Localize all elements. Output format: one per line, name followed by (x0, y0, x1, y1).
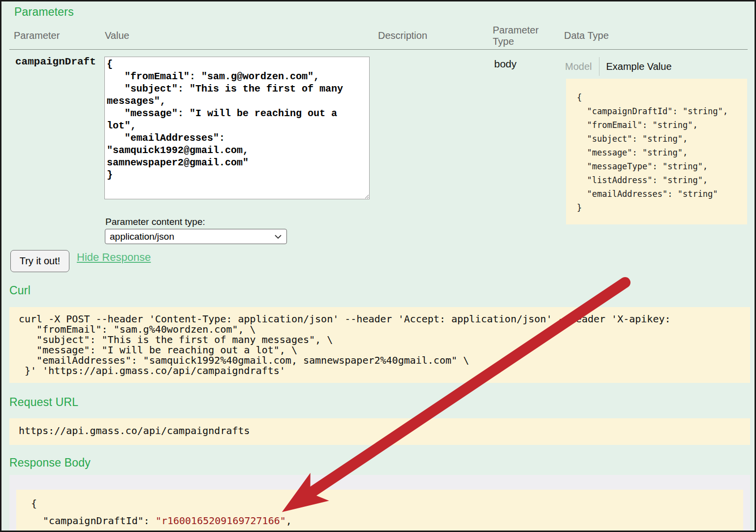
column-header-parameter-type: Parameter Type (493, 25, 548, 47)
response-key: "campaignDraftId": (31, 515, 156, 527)
table-header-divider (9, 49, 748, 50)
example-value-box: { "campaignDraftId": "string", "fromEmai… (566, 79, 747, 224)
column-header-value: Value (105, 30, 129, 41)
parameter-type-value: body (494, 58, 517, 70)
column-header-data-type: Data Type (564, 30, 609, 41)
parameter-value-textarea[interactable]: { "fromEmail": "sam.g@wordzen.com", "sub… (104, 57, 370, 199)
parameters-heading: Parameters (14, 5, 74, 19)
campaign-draft-id-value: "r1600165209169727166" (156, 515, 286, 527)
response-json-line1: { (31, 495, 743, 512)
response-body-heading: Response Body (9, 456, 91, 469)
content-type-select-wrap: application/json (105, 229, 287, 244)
parameter-name: campaignDraft (15, 56, 96, 67)
request-url-value: https://api.gmass.co/api/campaigndrafts (9, 418, 750, 436)
tab-model[interactable]: Model (565, 61, 592, 72)
tab-separator (599, 57, 599, 76)
hide-response-link[interactable]: Hide Response (77, 251, 151, 264)
request-url-heading: Request URL (9, 396, 78, 409)
curl-command: curl -X POST --header 'Content-Type: app… (9, 307, 750, 376)
content-type-select[interactable]: application/json (105, 229, 286, 244)
column-header-parameter: Parameter (14, 30, 60, 41)
column-header-description: Description (378, 30, 427, 41)
request-url-box: https://api.gmass.co/api/campaigndrafts (9, 418, 750, 445)
curl-heading: Curl (9, 284, 31, 297)
curl-command-box: curl -X POST --header 'Content-Type: app… (9, 307, 750, 383)
response-json-line2: "campaignDraftId": "r1600165209169727166… (31, 512, 743, 530)
content-type-label: Parameter content type: (105, 217, 205, 227)
response-comma: , (286, 515, 292, 527)
response-body-box: { "campaignDraftId": "r16001652091697271… (16, 490, 743, 532)
swagger-parameters-panel: Parameters Parameter Value Description P… (0, 0, 756, 532)
tab-example-value[interactable]: Example Value (606, 61, 671, 72)
try-it-out-button[interactable]: Try it out! (10, 250, 69, 272)
example-value-json: { "campaignDraftId": "string", "fromEmai… (566, 79, 747, 215)
data-type-tabs: Model Example Value (565, 58, 672, 75)
